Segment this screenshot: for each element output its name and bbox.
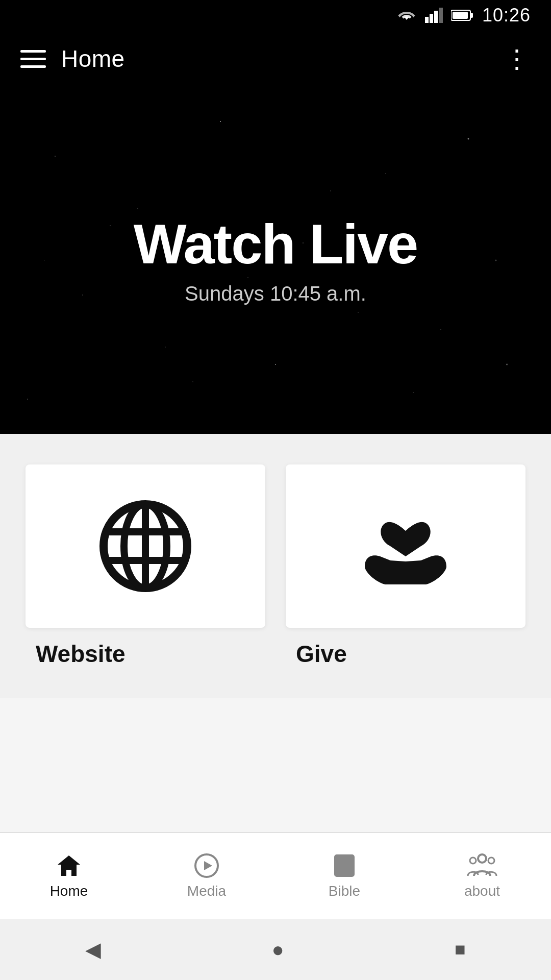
home-button[interactable]: ●: [272, 938, 284, 961]
status-time: 10:26: [482, 5, 531, 26]
bible-nav-label: Bible: [329, 883, 360, 899]
svg-point-18: [470, 857, 476, 864]
media-nav-icon: [193, 852, 220, 879]
svg-rect-0: [425, 17, 429, 23]
app-bar-left: Home: [20, 45, 125, 72]
hero-title: Watch Live: [134, 216, 418, 272]
svg-rect-6: [453, 12, 468, 19]
hamburger-menu-button[interactable]: [20, 50, 46, 68]
app-bar-title: Home: [61, 45, 125, 72]
hero-subtitle: Sundays 10:45 a.m.: [134, 282, 418, 305]
website-label: Website: [26, 640, 265, 668]
svg-rect-3: [439, 8, 443, 23]
svg-rect-1: [430, 14, 433, 23]
website-card[interactable]: [26, 464, 265, 628]
signal-icon: [425, 8, 443, 23]
globe-icon: [94, 495, 196, 597]
svg-rect-5: [470, 13, 473, 18]
more-options-button[interactable]: ⋮: [504, 46, 531, 71]
hero-banner[interactable]: Watch Live Sundays 10:45 a.m.: [0, 87, 551, 434]
svg-point-19: [488, 857, 494, 864]
cards-section: Website Give: [0, 434, 551, 698]
nav-item-media[interactable]: Media: [138, 852, 276, 899]
wifi-icon: [396, 8, 417, 23]
give-label: Give: [286, 640, 525, 668]
svg-rect-2: [434, 11, 438, 23]
give-icon: [352, 495, 459, 597]
status-bar: 10:26: [0, 0, 551, 31]
hero-content: Watch Live Sundays 10:45 a.m.: [134, 216, 418, 305]
recent-button[interactable]: ■: [455, 939, 466, 960]
nav-item-home[interactable]: Home: [0, 852, 138, 899]
system-navigation: ◀ ● ■: [0, 919, 551, 980]
bible-nav-icon: [331, 852, 358, 879]
about-nav-icon: [467, 852, 497, 879]
status-icons: 10:26: [396, 5, 531, 26]
svg-marker-13: [204, 861, 212, 870]
svg-point-17: [478, 854, 486, 863]
bottom-navigation: Home Media Bible about: [0, 832, 551, 919]
home-nav-icon: [56, 852, 82, 879]
battery-icon: [451, 9, 474, 22]
give-card-wrapper: Give: [286, 464, 525, 668]
nav-item-about[interactable]: about: [413, 852, 551, 899]
about-nav-label: about: [464, 883, 500, 899]
give-card[interactable]: [286, 464, 525, 628]
home-nav-label: Home: [50, 883, 88, 899]
back-button[interactable]: ◀: [85, 938, 101, 961]
website-card-wrapper: Website: [26, 464, 265, 668]
media-nav-label: Media: [187, 883, 226, 899]
app-bar: Home ⋮: [0, 31, 551, 87]
nav-item-bible[interactable]: Bible: [276, 852, 413, 899]
